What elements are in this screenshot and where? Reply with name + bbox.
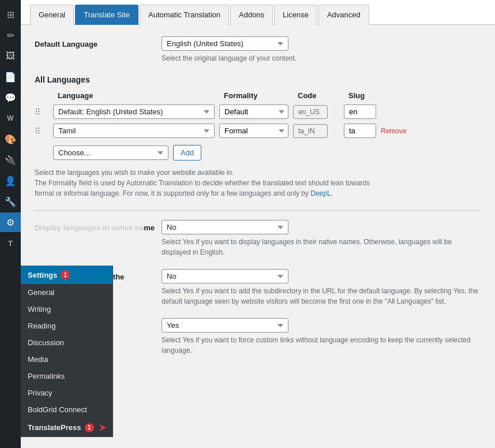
add-language-button[interactable]: Add — [173, 145, 201, 160]
col-code: Code — [298, 91, 344, 100]
default-language-select[interactable]: English (United States) Tamil French Ger… — [162, 36, 288, 51]
slug-input-2[interactable] — [344, 124, 376, 138]
settings-permalinks[interactable]: Permalinks — [21, 368, 112, 384]
native-name-label: Display languages in native name — [35, 220, 162, 232]
formality-select-2[interactable]: Default Formal Informal — [219, 124, 288, 138]
native-name-row: Display languages in native name No Yes … — [35, 220, 481, 257]
settings-submenu: Settings 1 General Writing Reading Discu… — [21, 266, 113, 437]
lang-table-header: Language Formality Code Slug — [35, 91, 427, 104]
code-field-1 — [293, 105, 328, 119]
settings-discussion[interactable]: Discussion — [21, 334, 112, 351]
plugins-icon[interactable]: 🔌 — [0, 150, 21, 170]
default-language-hint: Select the original language of your con… — [162, 53, 481, 64]
translate-icon[interactable]: T — [0, 233, 21, 253]
appearance-icon[interactable]: 🎨 — [0, 129, 21, 149]
drag-handle-1[interactable]: ⠿ — [35, 107, 48, 117]
arrow-right-icon: ➤ — [99, 422, 106, 433]
comments-icon[interactable]: 💬 — [0, 88, 21, 107]
posts-icon[interactable]: ✏ — [0, 25, 21, 45]
section-divider-1 — [35, 210, 481, 211]
language-select-1[interactable]: Default: English (United States) — [53, 104, 215, 119]
all-languages-label: All Languages — [35, 75, 90, 84]
tab-advanced[interactable]: Advanced — [318, 5, 369, 25]
choose-language-select[interactable]: Choose... — [53, 145, 168, 160]
code-field-2 — [293, 124, 328, 138]
settings-privacy[interactable]: Privacy — [21, 384, 112, 401]
tab-addons[interactable]: Addons — [230, 5, 273, 25]
native-name-select[interactable]: No Yes — [162, 220, 288, 234]
custom-links-select[interactable]: No Yes — [162, 318, 288, 333]
deepl-link[interactable]: DeepL — [310, 189, 331, 197]
language-select-2[interactable]: Tamil — [53, 124, 215, 138]
subdirectory-select[interactable]: No Yes — [162, 269, 288, 283]
default-language-label: Default Language — [35, 36, 162, 48]
default-language-control: English (United States) Tamil French Ger… — [162, 36, 481, 64]
custom-links-control: No Yes Select Yes if you want to force c… — [162, 318, 481, 356]
woocommerce-icon[interactable]: W — [0, 109, 21, 128]
tab-license[interactable]: License — [274, 5, 317, 25]
subdirectory-control: No Yes Select Yes if you want to add the… — [162, 269, 481, 307]
settings-label: Settings — [28, 271, 57, 279]
settings-translatepress[interactable]: TranslatePress 1 ➤ — [21, 418, 112, 437]
col-slug: Slug — [348, 91, 418, 100]
col-formality: Formality — [224, 91, 293, 100]
settings-general[interactable]: General — [21, 284, 112, 301]
formality-select-1[interactable]: Default Formal Informal — [219, 104, 288, 119]
tools-icon[interactable]: 🔧 — [0, 192, 21, 211]
col-language: Language — [58, 91, 219, 100]
media-icon[interactable]: 🖼 — [0, 46, 21, 66]
settings-writing[interactable]: Writing — [21, 301, 112, 318]
settings-badge: 1 — [61, 270, 70, 279]
tab-translate-site[interactable]: Translate Site — [75, 5, 138, 25]
tab-automatic-translation[interactable]: Automatic Translation — [140, 5, 229, 25]
language-row-1: ⠿ Default: English (United States) Defau… — [35, 104, 427, 119]
custom-links-hint: Select Yes if you want to force custom l… — [162, 335, 481, 356]
dashboard-icon[interactable]: ⊞ — [0, 5, 21, 24]
pages-icon[interactable]: 📄 — [0, 67, 21, 87]
translatepress-badge: 1 — [85, 423, 94, 432]
native-name-control: No Yes Select Yes if you want to display… — [162, 220, 481, 257]
users-icon[interactable]: 👤 — [0, 171, 21, 191]
tab-general[interactable]: General — [30, 5, 74, 25]
native-name-hint: Select Yes if you want to display langua… — [162, 237, 481, 257]
wp-sidebar: ⊞ ✏ 🖼 📄 💬 W 🎨 🔌 👤 🔧 ⚙ T — [0, 0, 21, 448]
settings-media[interactable]: Media — [21, 351, 112, 368]
add-language-row: Choose... Add — [53, 145, 201, 160]
all-languages-row: All Languages Language Formality Code Sl… — [35, 75, 481, 199]
settings-submenu-header[interactable]: Settings 1 — [21, 266, 112, 284]
slug-input-1[interactable] — [344, 104, 376, 119]
all-languages-hint: Select the languages you wish to make yo… — [35, 167, 381, 199]
subdirectory-hint: Select Yes if you want to add the subdir… — [162, 286, 481, 307]
settings-boldgrid[interactable]: BoldGrid Connect — [21, 401, 112, 418]
tabs-bar: General Translate Site Automatic Transla… — [21, 0, 495, 25]
settings-reading[interactable]: Reading — [21, 318, 112, 334]
remove-link-2[interactable]: Remove — [381, 127, 407, 135]
default-language-row: Default Language English (United States)… — [35, 36, 481, 64]
drag-handle-2[interactable]: ⠿ — [35, 126, 48, 136]
language-row-2: ⠿ Tamil Default Formal Informal Remove — [35, 124, 427, 138]
settings-icon[interactable]: ⚙ — [0, 212, 21, 232]
